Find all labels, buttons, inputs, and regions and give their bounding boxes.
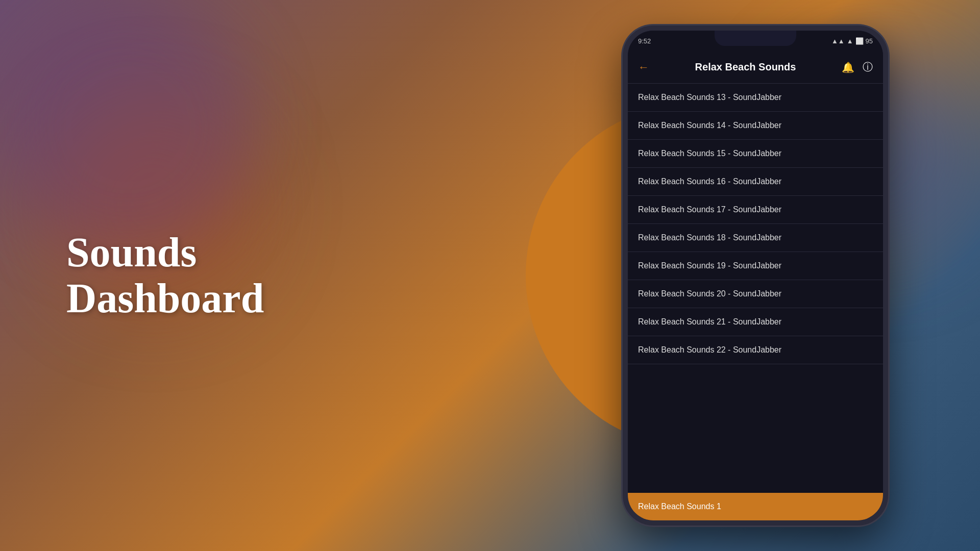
status-icons: ▲▲ ▲ ⬜ 95 bbox=[831, 37, 873, 45]
phone-content: 9:52 ▲▲ ▲ ⬜ 95 ← Relax Beach Sounds 🔔 ⓘ bbox=[628, 31, 883, 520]
wifi-icon: ▲ bbox=[847, 37, 853, 45]
song-item[interactable]: Relax Beach Sounds 16 - SoundJabber bbox=[628, 168, 883, 196]
phone-device: 9:52 ▲▲ ▲ ⬜ 95 ← Relax Beach Sounds 🔔 ⓘ bbox=[623, 26, 888, 525]
left-heading-line2: Dashboard bbox=[66, 276, 264, 321]
battery-icon: ⬜ bbox=[855, 37, 864, 45]
song-item[interactable]: Relax Beach Sounds 20 - SoundJabber bbox=[628, 280, 883, 308]
song-item[interactable]: Relax Beach Sounds 21 - SoundJabber bbox=[628, 308, 883, 336]
signal-icon: ▲▲ bbox=[831, 37, 845, 45]
song-item[interactable]: Relax Beach Sounds 19 - SoundJabber bbox=[628, 252, 883, 280]
app-header: ← Relax Beach Sounds 🔔 ⓘ bbox=[628, 51, 883, 84]
phone-wrapper: 9:52 ▲▲ ▲ ⬜ 95 ← Relax Beach Sounds 🔔 ⓘ bbox=[623, 26, 888, 525]
song-item[interactable]: Relax Beach Sounds 22 - SoundJabber bbox=[628, 336, 883, 364]
left-heading: Sounds Dashboard bbox=[66, 230, 264, 321]
song-item[interactable]: Relax Beach Sounds 13 - SoundJabber bbox=[628, 84, 883, 112]
song-list: Relax Beach Sounds 13 - SoundJabberRelax… bbox=[628, 84, 883, 493]
highlighted-song-item[interactable]: Relax Beach Sounds 1 bbox=[628, 493, 883, 520]
left-heading-line1: Sounds bbox=[66, 230, 264, 276]
song-item[interactable]: Relax Beach Sounds 14 - SoundJabber bbox=[628, 112, 883, 140]
song-item[interactable]: Relax Beach Sounds 15 - SoundJabber bbox=[628, 140, 883, 168]
song-item[interactable]: Relax Beach Sounds 18 - SoundJabber bbox=[628, 224, 883, 252]
app-title: Relax Beach Sounds bbox=[695, 61, 796, 73]
phone-notch bbox=[715, 31, 796, 46]
bg-blur-2 bbox=[0, 0, 255, 255]
highlighted-song-label: Relax Beach Sounds 1 bbox=[638, 502, 721, 511]
info-icon[interactable]: ⓘ bbox=[863, 60, 873, 74]
back-button[interactable]: ← bbox=[638, 61, 649, 74]
bell-icon[interactable]: 🔔 bbox=[842, 61, 854, 73]
song-item[interactable]: Relax Beach Sounds 17 - SoundJabber bbox=[628, 196, 883, 224]
header-icons-group: 🔔 ⓘ bbox=[842, 60, 873, 74]
status-time: 9:52 bbox=[638, 37, 651, 45]
